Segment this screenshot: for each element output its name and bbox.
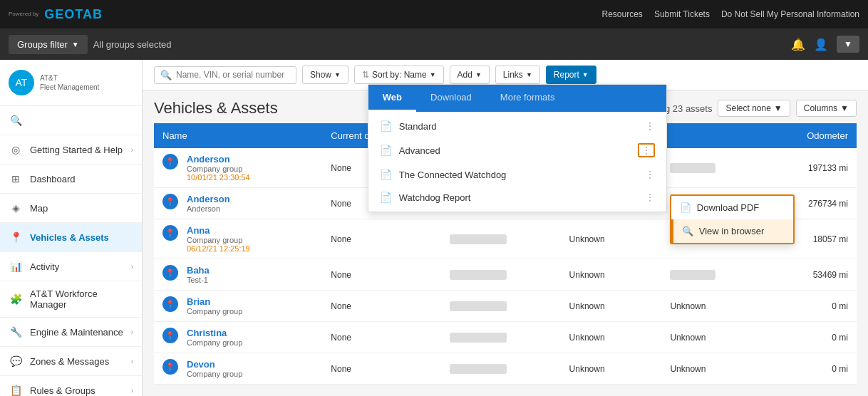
odometer-cell: 0 mi	[763, 291, 857, 322]
tab-web[interactable]: Web	[368, 85, 416, 112]
vehicle-pin-icon: 📍	[162, 154, 178, 170]
sidebar: AT AT&T Fleet Management 🔍 ◎ Getting Sta…	[0, 60, 143, 396]
report-dropdown-container: Report ▼ Web Download More formats 📄	[546, 66, 596, 84]
groups-bar: Groups filter ▼ All groups selected 🔔 👤 …	[0, 28, 868, 60]
driver-cell: None	[322, 353, 441, 385]
driver-cell: None	[322, 259, 441, 291]
sidebar-item-activity[interactable]: 📊 Activity ›	[0, 252, 142, 281]
search-box[interactable]: 🔍	[154, 66, 296, 84]
vehicle-group: Test-1	[187, 276, 210, 284]
table-row: 📍 Christina Company group None XXXXXXXXX…	[154, 322, 857, 353]
user-icon[interactable]: 👤	[814, 38, 828, 51]
sidebar-item-dashboard[interactable]: ⊞ Dashboard	[0, 165, 142, 194]
odometer-cell: 53469 mi	[763, 259, 857, 291]
columns-label: Columns	[804, 103, 837, 113]
report-advanced-more-icon[interactable]: ⋮	[638, 143, 655, 157]
report-standard-more-icon[interactable]: ⋮	[645, 120, 655, 132]
activity-icon: 📊	[9, 259, 23, 273]
report-item-standard[interactable]: 📄 Standard ⋮	[368, 115, 666, 137]
columns-button[interactable]: Columns ▼	[796, 100, 857, 117]
sidebar-item-label: AT&T Workforce Manager	[30, 288, 133, 310]
vehicle-name-cell: 📍 Christina Company group	[154, 322, 322, 353]
table-row: 📍 Devon Company group None XXXXXXXXXX Un…	[154, 353, 857, 385]
sidebar-item-zones[interactable]: 💬 Zones & Messages ›	[0, 347, 142, 376]
report-tabs: Web Download More formats	[368, 85, 666, 112]
sidebar-item-rules[interactable]: 📋 Rules & Groups ›	[0, 376, 142, 396]
col5-cell: XXXXXXXX	[661, 259, 763, 291]
vin-cell: XXXXXXXXXX	[441, 219, 561, 259]
col4-cell: Unknown	[561, 322, 662, 353]
vin-cell: XXXXXXXXXX	[441, 322, 561, 353]
sidebar-item-workforce[interactable]: 🧩 AT&T Workforce Manager	[0, 281, 142, 318]
report-watchdog-report-more-icon[interactable]: ⋮	[645, 192, 655, 203]
do-not-sell-link[interactable]: Do Not Sell My Personal Information	[721, 9, 859, 19]
search-icon: 🔍	[9, 113, 23, 127]
sidebar-item-map[interactable]: ◈ Map	[0, 194, 142, 223]
sidebar-item-getting-started[interactable]: ◎ Getting Started & Help ›	[0, 135, 142, 165]
vehicle-group: Company group	[187, 307, 242, 316]
select-none-button[interactable]: Select none ▼	[718, 100, 790, 117]
col4-cell: Unknown	[561, 219, 662, 259]
main-layout: AT AT&T Fleet Management 🔍 ◎ Getting Sta…	[0, 60, 868, 396]
sidebar-item-search[interactable]: 🔍	[0, 106, 142, 135]
activity-caret-icon: ›	[131, 263, 133, 271]
brand-sub: Fleet Management	[40, 83, 99, 92]
report-advanced-icon: 📄	[380, 145, 392, 156]
driver-cell: None	[322, 322, 441, 353]
select-none-label: Select none	[725, 103, 770, 113]
sidebar-item-label: Activity	[30, 261, 124, 272]
bell-icon[interactable]: 🔔	[791, 38, 805, 51]
dashboard-icon: ⊞	[9, 172, 23, 186]
report-item-watchdog[interactable]: 📄 The Connected Watchdog ⋮	[368, 163, 666, 186]
page-title: Vehicles & Assets	[154, 99, 278, 118]
vehicle-group: Company group	[187, 236, 250, 244]
tab-download[interactable]: Download	[416, 85, 486, 112]
col5-cell: Unknown	[661, 322, 763, 353]
report-item-watchdog-report[interactable]: 📄 Watchdog Report ⋮	[368, 186, 666, 209]
sidebar-item-engine[interactable]: 🔧 Engine & Maintenance ›	[0, 318, 142, 347]
show-button[interactable]: Show ▼	[302, 66, 348, 84]
nav-links: Resources Submit Tickets Do Not Sell My …	[602, 9, 859, 19]
col4-cell: Unknown	[561, 259, 662, 291]
sidebar-brand: AT AT&T Fleet Management	[0, 60, 142, 106]
toolbar: 🔍 Show ▼ ⇅ Sort by: Name ▼ Add ▼ Links ▼	[143, 60, 868, 90]
engine-caret-icon: ›	[131, 328, 133, 336]
odometer-cell: 197133 mi	[763, 148, 857, 188]
col-5	[661, 123, 763, 148]
zones-icon: 💬	[9, 354, 23, 368]
links-button[interactable]: Links ▼	[495, 66, 540, 84]
geotab-logo: GEOTAB	[44, 7, 103, 22]
sidebar-item-label: Zones & Messages	[30, 356, 124, 367]
user-name-text: ▼	[844, 39, 852, 49]
add-caret-icon: ▼	[475, 71, 482, 78]
report-caret-icon: ▼	[582, 71, 589, 78]
select-none-caret-icon: ▼	[774, 103, 782, 113]
report-watchdog-report-icon: 📄	[380, 192, 392, 203]
links-label: Links	[503, 70, 523, 80]
col-odometer: Odometer	[763, 123, 857, 148]
sidebar-item-label: Engine & Maintenance	[30, 327, 124, 338]
vehicle-name-cell: 📍 Anna Company group 06/12/21 12:25:19	[154, 219, 322, 259]
report-watchdog-label: The Connected Watchdog	[399, 170, 638, 180]
sort-caret-icon: ▼	[430, 71, 436, 78]
groups-bar-actions: 🔔 👤 ▼	[791, 36, 859, 53]
tab-more-formats[interactable]: More formats	[486, 85, 569, 112]
download-pdf-item[interactable]: 📄 Download PDF	[671, 196, 793, 219]
sort-icon: ⇅	[362, 70, 369, 80]
report-item-advanced[interactable]: 📄 Advanced ⋮ 📄 Download PDF 🔍	[368, 137, 666, 163]
report-watchdog-more-icon[interactable]: ⋮	[645, 169, 655, 180]
vehicle-date: 06/12/21 12:25:19	[187, 244, 250, 253]
user-dropdown-button[interactable]: ▼	[837, 36, 859, 53]
sort-button[interactable]: ⇅ Sort by: Name ▼	[354, 66, 444, 84]
report-button[interactable]: Report ▼	[546, 66, 596, 84]
submit-tickets-link[interactable]: Submit Tickets	[654, 9, 710, 19]
view-browser-item[interactable]: 🔍 View in browser	[671, 219, 793, 243]
odometer-cell: 0 mi	[763, 353, 857, 385]
add-button[interactable]: Add ▼	[450, 66, 490, 84]
search-input[interactable]	[176, 70, 290, 80]
resources-link[interactable]: Resources	[602, 9, 643, 19]
groups-filter-button[interactable]: Groups filter ▼	[9, 35, 88, 54]
view-browser-label: View in browser	[699, 226, 765, 236]
vehicle-pin-icon: 📍	[162, 359, 178, 375]
sidebar-item-vehicles[interactable]: 📍 Vehicles & Assets	[0, 223, 142, 252]
